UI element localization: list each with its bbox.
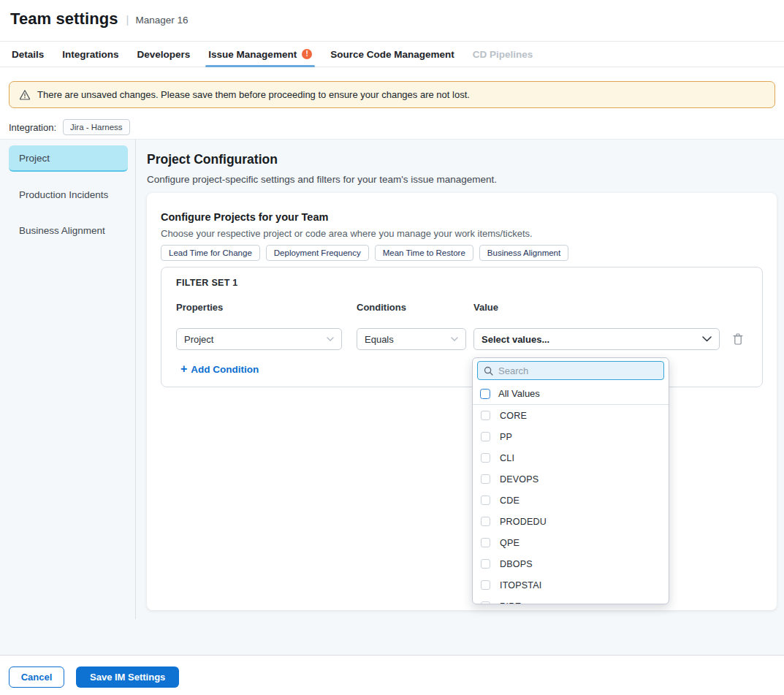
properties-select[interactable]: Project [176, 328, 342, 350]
option-pipe[interactable]: PIPE [473, 596, 669, 604]
tab-issue-management[interactable]: Issue Management ! [207, 42, 313, 67]
option-checkbox[interactable] [481, 580, 490, 590]
add-condition-button[interactable]: + Add Condition [180, 363, 259, 376]
sidebar-item-production-incidents[interactable]: Production Incidents [9, 181, 128, 208]
metric-tag-business-alignment: Business Alignment [479, 245, 568, 261]
option-checkbox[interactable] [481, 538, 490, 547]
sidebar-divider [135, 139, 136, 619]
select-all-option[interactable]: All Values [473, 383, 669, 405]
option-qpe[interactable]: QPE [473, 532, 669, 553]
tab-cd-pipelines: CD Pipelines [471, 42, 535, 67]
option-pp[interactable]: PP [473, 426, 669, 447]
tab-developers[interactable]: Developers [136, 42, 192, 67]
option-checkbox[interactable] [481, 601, 490, 604]
cancel-button[interactable]: Cancel [9, 666, 64, 688]
title-separator: | [126, 13, 129, 26]
filter-set-title: FILTER SET 1 [176, 278, 238, 288]
option-cde[interactable]: CDE [473, 490, 669, 511]
option-itopstai[interactable]: ITOPSTAI [473, 574, 669, 596]
save-im-settings-button[interactable]: Save IM Settings [76, 666, 179, 688]
all-values-checkbox[interactable] [480, 389, 490, 399]
sidebar-item-project[interactable]: Project [9, 145, 128, 172]
integration-chip[interactable]: Jira - Harness [63, 119, 130, 135]
card-title: Configure Projects for your Team [161, 211, 328, 223]
option-checkbox[interactable] [481, 559, 490, 569]
option-checkbox[interactable] [481, 517, 490, 526]
section-description: Configure project-specific settings and … [147, 174, 497, 185]
value-select[interactable]: Select values... [473, 328, 720, 350]
metric-tag-mean-time-to-restore: Mean Time to Restore [375, 245, 473, 261]
metric-tag-lead-time: Lead Time for Change [161, 245, 260, 261]
plus-icon: + [180, 363, 187, 376]
sidebar-item-business-alignment[interactable]: Business Alignment [9, 217, 128, 243]
section-title: Project Configuration [147, 152, 278, 167]
option-checkbox[interactable] [481, 453, 490, 463]
option-checkbox[interactable] [481, 411, 490, 420]
alert-badge: ! [302, 49, 312, 59]
option-core[interactable]: CORE [473, 405, 669, 426]
page-subtitle: Manager 16 [136, 12, 189, 26]
trash-icon [733, 333, 743, 345]
page-title: Team settings [10, 10, 118, 29]
integration-label: Integration: [9, 122, 56, 133]
metric-tags: Lead Time for Change Deployment Frequenc… [161, 245, 568, 261]
tab-integrations[interactable]: Integrations [61, 42, 120, 67]
option-cli[interactable]: CLI [473, 447, 669, 468]
footer-actions: Cancel Save IM Settings [9, 666, 179, 688]
option-prodedu[interactable]: PRODEDU [473, 511, 669, 532]
configure-projects-card: Configure Projects for your Team Choose … [147, 193, 777, 610]
banner-message: There are unsaved changes. Please save t… [37, 89, 470, 100]
chevron-down-icon [451, 337, 458, 341]
filter-set-1: FILTER SET 1 Properties Conditions Value… [161, 267, 763, 387]
search-input[interactable]: Search [477, 361, 664, 380]
integration-row: Integration: Jira - Harness [9, 118, 130, 136]
tab-details[interactable]: Details [10, 42, 45, 67]
page-header: Team settings | Manager 16 [10, 10, 189, 29]
value-dropdown: Search All Values CORE PP CLI DEVOPS CDE… [472, 357, 669, 604]
card-description: Choose your respective project or code a… [161, 228, 533, 239]
option-dbops[interactable]: DBOPS [473, 553, 669, 574]
chevron-down-icon [702, 336, 712, 342]
column-header-conditions: Conditions [357, 302, 406, 313]
search-placeholder: Search [498, 365, 528, 376]
option-checkbox[interactable] [481, 432, 490, 441]
settings-tab-bar: Details Integrations Developers Issue Ma… [0, 42, 784, 67]
option-checkbox[interactable] [481, 474, 490, 484]
metric-tag-deployment-frequency: Deployment Frequency [266, 245, 369, 261]
column-header-properties: Properties [176, 302, 223, 313]
column-header-value: Value [473, 302, 498, 313]
chevron-down-icon [327, 337, 334, 341]
conditions-select[interactable]: Equals [357, 328, 466, 350]
team-settings-page: Team settings | Manager 16 Details Integ… [0, 0, 784, 695]
delete-filter-button[interactable] [731, 332, 745, 346]
search-icon [484, 366, 493, 376]
tab-source-code-management[interactable]: Source Code Management [329, 42, 456, 67]
unsaved-changes-banner: There are unsaved changes. Please save t… [9, 81, 775, 108]
option-checkbox[interactable] [481, 495, 490, 505]
option-devops[interactable]: DEVOPS [473, 468, 669, 490]
warning-icon [19, 89, 31, 100]
